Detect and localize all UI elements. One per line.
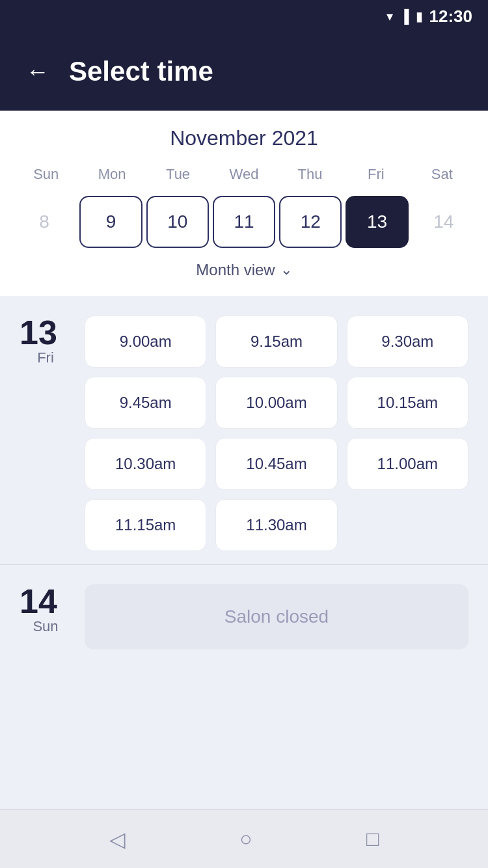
status-icons: ▾ ▐ ▮ 12:30 xyxy=(386,7,472,27)
day-label-13: 13 Fri xyxy=(20,316,72,366)
day-header-sun: Sun xyxy=(13,162,79,187)
time-section: 13 Fri 9.00am 9.15am 9.30am 9.45am 10.00… xyxy=(0,296,488,809)
day-name-fri: Fri xyxy=(20,349,72,366)
salon-closed-label: Salon closed xyxy=(85,584,468,649)
time-slot-945am[interactable]: 9.45am xyxy=(85,377,206,429)
date-cell-8[interactable]: 8 xyxy=(13,196,75,248)
slots-grid-13: 9.00am 9.15am 9.30am 9.45am 10.00am 10.1… xyxy=(85,316,468,551)
date-row: 8 9 10 11 12 13 14 xyxy=(13,193,475,254)
day-section-14: 14 Sun Salon closed xyxy=(0,565,488,662)
day-row-13: 13 Fri 9.00am 9.15am 9.30am 9.45am 10.00… xyxy=(20,316,468,551)
day-header-thu: Thu xyxy=(277,162,343,187)
nav-back-icon[interactable]: ◁ xyxy=(109,827,126,852)
salon-closed-wrapper: Salon closed xyxy=(85,584,468,649)
signal-icon: ▐ xyxy=(400,9,409,24)
date-cell-11[interactable]: 11 xyxy=(213,196,275,248)
time-slot-1030am[interactable]: 10.30am xyxy=(85,438,206,490)
month-year-label: November 2021 xyxy=(13,126,475,150)
day-header-sat: Sat xyxy=(409,162,475,187)
status-time: 12:30 xyxy=(429,7,473,27)
month-view-toggle[interactable]: Month view ⌄ xyxy=(13,254,475,290)
time-slot-900am[interactable]: 9.00am xyxy=(85,316,206,368)
time-slot-1100am[interactable]: 11.00am xyxy=(347,438,468,490)
day-section-13: 13 Fri 9.00am 9.15am 9.30am 9.45am 10.00… xyxy=(0,296,488,565)
battery-icon: ▮ xyxy=(416,8,423,24)
date-cell-9[interactable]: 9 xyxy=(79,196,142,248)
day-headers: Sun Mon Tue Wed Thu Fri Sat xyxy=(13,162,475,187)
header: ← Select time xyxy=(0,33,488,111)
date-cell-12[interactable]: 12 xyxy=(279,196,342,248)
day-header-mon: Mon xyxy=(79,162,144,187)
day-header-wed: Wed xyxy=(211,162,277,187)
day-header-fri: Fri xyxy=(343,162,409,187)
calendar-section: November 2021 Sun Mon Tue Wed Thu Fri Sa… xyxy=(0,111,488,296)
time-slot-1000am[interactable]: 10.00am xyxy=(215,377,337,429)
day-label-14: 14 Sun xyxy=(20,584,72,635)
day-number-13: 13 xyxy=(20,316,72,349)
date-cell-13[interactable]: 13 xyxy=(346,196,408,248)
time-slot-1115am[interactable]: 11.15am xyxy=(85,499,206,551)
time-slot-1015am[interactable]: 10.15am xyxy=(347,377,468,429)
day-row-14: 14 Sun Salon closed xyxy=(20,584,468,649)
day-number-14: 14 xyxy=(20,584,72,618)
time-slot-930am[interactable]: 9.30am xyxy=(347,316,468,368)
time-slot-915am[interactable]: 9.15am xyxy=(215,316,337,368)
wifi-icon: ▾ xyxy=(386,8,393,24)
month-view-label: Month view xyxy=(196,261,275,279)
back-button[interactable]: ← xyxy=(26,60,49,83)
page-title: Select time xyxy=(69,56,213,87)
day-header-tue: Tue xyxy=(145,162,211,187)
date-cell-14[interactable]: 14 xyxy=(413,196,475,248)
date-cell-10[interactable]: 10 xyxy=(146,196,209,248)
status-bar: ▾ ▐ ▮ 12:30 xyxy=(0,0,488,33)
bottom-nav: ◁ ○ □ xyxy=(0,809,488,868)
time-slot-1130am[interactable]: 11.30am xyxy=(215,499,337,551)
day-name-sun: Sun xyxy=(20,618,72,635)
nav-recent-icon[interactable]: □ xyxy=(366,827,379,851)
nav-home-icon[interactable]: ○ xyxy=(239,827,252,851)
chevron-down-icon: ⌄ xyxy=(280,262,292,278)
time-slot-1045am[interactable]: 10.45am xyxy=(215,438,337,490)
